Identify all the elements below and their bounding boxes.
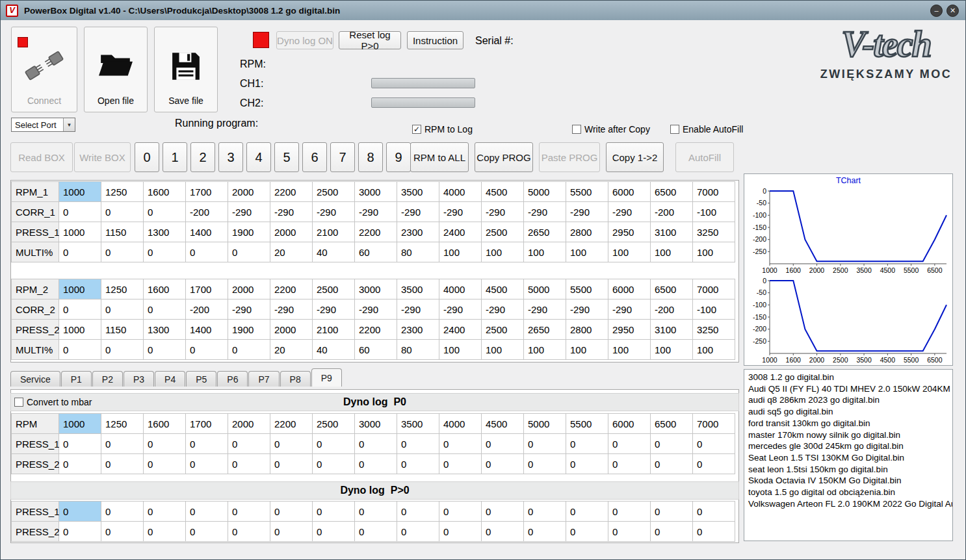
table-cell[interactable]: 0 (186, 502, 228, 522)
table-cell[interactable]: 0 (397, 502, 439, 522)
table-cell[interactable]: 1900 (228, 320, 270, 340)
table-cell[interactable]: -100 (693, 299, 735, 320)
open-file-button[interactable]: Open file (84, 27, 148, 112)
table-cell[interactable]: -290 (313, 299, 355, 320)
table-cell[interactable]: 0 (101, 502, 144, 522)
table-cell[interactable]: 0 (144, 242, 186, 262)
table-cell[interactable]: 3250 (693, 222, 735, 242)
table-cell[interactable]: 0 (144, 299, 186, 320)
table-cell[interactable]: 0 (313, 454, 355, 474)
table-cell[interactable]: 0 (228, 242, 270, 262)
table-cell[interactable]: 2800 (566, 320, 608, 340)
table-cell[interactable]: 5500 (566, 279, 608, 299)
file-list-item[interactable]: seat leon 1.5tsi 150km go digital.bin (744, 464, 952, 476)
table-cell[interactable]: -290 (228, 299, 270, 320)
table-cell[interactable]: 0 (228, 434, 270, 454)
table-cell[interactable]: 0 (397, 522, 439, 542)
table-cell[interactable]: 0 (186, 242, 228, 262)
table-cell[interactable]: 2000 (270, 320, 313, 340)
table-cell[interactable]: 0 (608, 502, 651, 522)
table-cell[interactable]: 1150 (101, 222, 144, 242)
table-cell[interactable]: 0 (101, 340, 144, 360)
table-cell[interactable]: 4500 (482, 414, 524, 434)
digit-button-4[interactable]: 4 (246, 142, 271, 172)
file-list-item[interactable]: ford transit 130km go digital.bin (744, 418, 952, 429)
table-cell[interactable]: 0 (144, 454, 186, 474)
table-cell[interactable]: 100 (482, 340, 524, 360)
table-cell[interactable]: 1600 (144, 414, 186, 434)
table-cell[interactable]: -290 (228, 202, 270, 222)
table-cell[interactable]: 1900 (228, 222, 270, 242)
table-cell[interactable]: 4000 (439, 279, 482, 299)
copy-1-to-2-button[interactable]: Copy 1->2 (606, 142, 664, 172)
table-cell[interactable]: 1700 (186, 279, 228, 299)
table-cell[interactable]: 0 (228, 522, 270, 542)
table-cell[interactable]: -290 (566, 202, 608, 222)
table-cell[interactable]: 0 (608, 434, 651, 454)
table-cell[interactable]: 5000 (524, 279, 566, 299)
table-cell[interactable]: 100 (524, 340, 566, 360)
tab-p7[interactable]: P7 (248, 371, 279, 387)
table-cell[interactable]: 2200 (355, 320, 397, 340)
table-cell[interactable]: -290 (608, 299, 651, 320)
table-cell[interactable]: -200 (651, 202, 693, 222)
tab-p1[interactable]: P1 (61, 371, 92, 387)
table-cell[interactable]: 1150 (101, 320, 144, 340)
table-cell[interactable]: 100 (651, 242, 693, 262)
table-cell[interactable]: 1400 (186, 222, 228, 242)
table-cell[interactable]: 1250 (101, 182, 144, 202)
table-cell[interactable]: 2650 (524, 320, 566, 340)
digit-button-7[interactable]: 7 (330, 142, 355, 172)
table-cell[interactable]: 100 (608, 340, 651, 360)
table-cell[interactable]: 0 (439, 502, 482, 522)
table-cell[interactable]: 2500 (313, 414, 355, 434)
table-cell[interactable]: 0 (270, 522, 313, 542)
table-cell[interactable]: -290 (439, 202, 482, 222)
table-cell[interactable]: 100 (439, 340, 482, 360)
table-cell[interactable]: 0 (693, 502, 735, 522)
table-cell[interactable]: 0 (228, 454, 270, 474)
table-cell[interactable]: 7000 (693, 182, 735, 202)
table-cell[interactable]: 7000 (693, 279, 735, 299)
digit-button-5[interactable]: 5 (274, 142, 299, 172)
table-cell[interactable]: 100 (439, 242, 482, 262)
table-cell[interactable]: 2200 (270, 182, 313, 202)
table-cell[interactable]: 0 (439, 522, 482, 542)
table-cell[interactable]: 5500 (566, 182, 608, 202)
table-cell[interactable]: 2200 (270, 414, 313, 434)
table-cell[interactable]: 3100 (651, 320, 693, 340)
file-list-item[interactable]: toyota 1.5 go digital od obciążenia.bin (744, 487, 952, 498)
table-cell[interactable]: 0 (186, 340, 228, 360)
autofill-button[interactable]: AutoFill (675, 142, 734, 172)
table-cell[interactable]: 3100 (651, 222, 693, 242)
table-cell[interactable]: 0 (482, 522, 524, 542)
table-cell[interactable]: 0 (651, 434, 693, 454)
table-cell[interactable]: 0 (101, 434, 144, 454)
table-cell[interactable]: 0 (439, 454, 482, 474)
table-cell[interactable]: 0 (651, 522, 693, 542)
table-cell[interactable]: 2950 (608, 320, 651, 340)
table-cell[interactable]: 6500 (651, 279, 693, 299)
table-cell[interactable]: 1250 (101, 414, 144, 434)
table-cell[interactable]: 1000 (59, 320, 101, 340)
table-cell[interactable]: 1300 (144, 320, 186, 340)
table-cell[interactable]: 100 (566, 340, 608, 360)
table-cell[interactable]: 1250 (101, 279, 144, 299)
table-cell[interactable]: -200 (186, 202, 228, 222)
table-cell[interactable]: 4500 (482, 279, 524, 299)
table-cell[interactable]: 0 (482, 434, 524, 454)
table-cell[interactable]: 2500 (313, 279, 355, 299)
table-cell[interactable]: -290 (397, 202, 439, 222)
file-list-item[interactable]: 3008 1.2 go digital.bin (744, 372, 952, 383)
table-cell[interactable]: -200 (186, 299, 228, 320)
table-cell[interactable]: 0 (355, 434, 397, 454)
file-list-item[interactable]: Audi Q5 II (FY FL) 40 TDI MHEV 2.0 150kW… (744, 383, 952, 395)
digit-button-3[interactable]: 3 (218, 142, 243, 172)
table-cell[interactable]: 6500 (651, 182, 693, 202)
table-cell[interactable]: -290 (482, 299, 524, 320)
table-cell[interactable]: 3500 (397, 182, 439, 202)
table-cell[interactable]: 0 (566, 522, 608, 542)
table-cell[interactable]: 0 (313, 502, 355, 522)
write-after-copy-checkbox[interactable]: Write after Copy (572, 124, 650, 134)
table-cell[interactable]: 20 (270, 340, 313, 360)
